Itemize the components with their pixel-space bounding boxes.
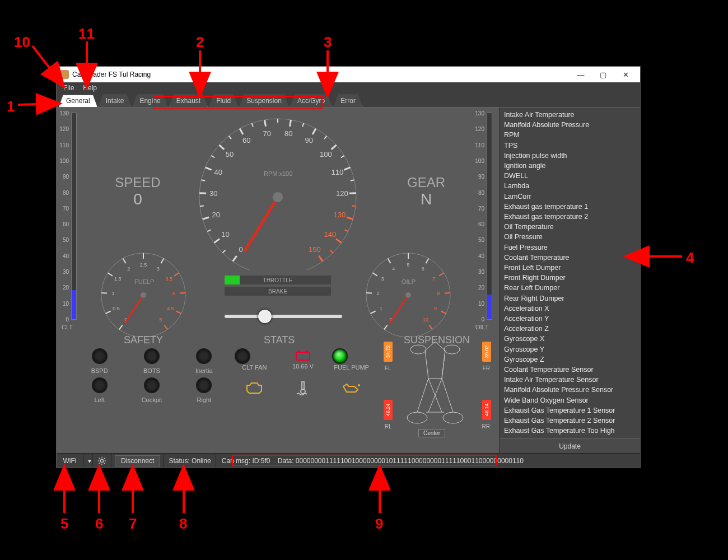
svg-text:20: 20: [212, 211, 220, 219]
sensor-item[interactable]: Manifold Absolute Pressure Sensor: [504, 385, 636, 395]
dashboard-panel: 1301201101009080706050403020100 CLT 1301…: [57, 108, 499, 453]
annotation-5: 5: [60, 515, 68, 533]
sensor-item[interactable]: Acceleration Y: [504, 314, 636, 324]
sensor-item[interactable]: Exhaust Gas Temperature Too High: [504, 426, 636, 436]
sensor-item[interactable]: Acceleration Z: [504, 324, 636, 334]
slider-knob[interactable]: [258, 310, 272, 323]
svg-text:5: 5: [407, 262, 409, 268]
minimize-button[interactable]: —: [570, 67, 592, 82]
svg-line-117: [99, 463, 100, 464]
svg-text:8: 8: [437, 291, 440, 296]
sensor-item[interactable]: Fuel Pressure: [504, 242, 636, 253]
menu-file[interactable]: File: [59, 83, 78, 93]
tab-general[interactable]: General: [59, 95, 97, 107]
safety-cockpit: Cockpit: [132, 377, 171, 403]
sensor-item[interactable]: Intake Air Temperature Sensor: [504, 375, 636, 385]
tab-error[interactable]: Error: [333, 95, 363, 107]
stats-title: STATS: [264, 334, 295, 346]
sensor-item[interactable]: LamCorr: [504, 192, 636, 202]
annotation-7: 7: [129, 515, 137, 533]
svg-text:10: 10: [221, 230, 229, 239]
sensor-item[interactable]: Coolant Temperature: [504, 253, 636, 263]
svg-line-57: [108, 273, 112, 276]
tab-intake[interactable]: Intake: [99, 95, 132, 107]
conn-mode-select[interactable]: WiFi: [57, 454, 83, 468]
sensor-item[interactable]: Manifold Absolute Pressure: [504, 120, 636, 130]
svg-text:70: 70: [263, 129, 270, 138]
sensor-item[interactable]: Oil Temperature: [504, 222, 636, 232]
sensor-item[interactable]: Acceleration X: [504, 304, 636, 314]
svg-line-5: [207, 230, 211, 231]
sensor-item[interactable]: DWELL: [504, 171, 636, 181]
susp-rr-value: 46.14: [482, 400, 491, 420]
sensor-list[interactable]: Intake Air TemperatureManifold Absolute …: [500, 108, 640, 438]
svg-text:130: 130: [334, 211, 346, 219]
susp-center-button[interactable]: Center: [418, 429, 445, 437]
update-button[interactable]: Update: [500, 438, 640, 453]
svg-rect-101: [298, 351, 300, 353]
safety-led-cockpit: [144, 377, 160, 393]
can-data-label: Data:: [278, 457, 294, 465]
sensor-item[interactable]: Intake Air Temperature: [504, 110, 636, 120]
sensor-item[interactable]: Gyroscope Z: [504, 354, 636, 365]
svg-line-28: [312, 129, 316, 134]
menu-help[interactable]: Help: [78, 83, 101, 93]
sensor-item[interactable]: Injection pulse width: [504, 151, 636, 161]
svg-rect-102: [306, 351, 308, 353]
sensor-item[interactable]: Front Left Dumper: [504, 263, 636, 273]
sensor-item[interactable]: Front Right Dumper: [504, 273, 636, 283]
battery-cell: 10.66 V: [283, 349, 323, 370]
svg-line-82: [372, 273, 377, 276]
tab-engine[interactable]: Engine: [132, 95, 167, 107]
sensor-item[interactable]: TPS: [504, 141, 636, 151]
svg-text:4: 4: [172, 291, 175, 296]
svg-rect-100: [296, 352, 310, 360]
sensor-item[interactable]: Lambda: [504, 181, 636, 191]
sidebar: Intake Air TemperatureManifold Absolute …: [499, 108, 640, 453]
sensor-item[interactable]: Exhaust gas temperature 2: [504, 212, 636, 222]
svg-line-78: [371, 311, 376, 313]
fuelp-label: FUELP: [134, 278, 154, 285]
svg-line-76: [384, 325, 388, 329]
tab-suspension[interactable]: Suspension: [239, 95, 289, 107]
sensor-item[interactable]: Exhaust Gas Temperature 1 Sensor: [504, 405, 636, 416]
svg-line-4: [214, 239, 220, 243]
sensor-item[interactable]: RPM: [504, 130, 636, 140]
tab-fluid[interactable]: Fluid: [209, 95, 238, 107]
svg-line-59: [123, 258, 126, 263]
svg-text:1: 1: [380, 306, 382, 311]
fuelpump-label: FUEL PUMP: [332, 364, 371, 371]
svg-line-118: [104, 458, 105, 459]
sensor-item[interactable]: Rear Left Dumper: [504, 283, 636, 293]
susp-rl-label: RL: [385, 423, 392, 430]
svg-line-13: [206, 167, 212, 170]
safety-right: Right: [184, 377, 223, 403]
sensor-item[interactable]: Gyroscope X: [504, 334, 636, 344]
sensor-item[interactable]: Wide Band Oxygen Sensor: [504, 395, 636, 405]
safety-bots: BOTS: [132, 348, 171, 374]
safety-label-bspd: BSPD: [80, 367, 119, 374]
settings-gear-button[interactable]: [93, 454, 111, 468]
sensor-item[interactable]: Exhaust gas temperature 1: [504, 202, 636, 212]
sensor-item[interactable]: Ignition angle: [504, 161, 636, 171]
sensor-item[interactable]: Oil Pressure: [504, 232, 636, 242]
slider[interactable]: [225, 315, 342, 318]
svg-point-105: [358, 384, 360, 386]
svg-point-106: [410, 345, 426, 354]
conn-mode-dropdown-icon[interactable]: ▾: [83, 454, 93, 468]
tab-exhaust[interactable]: Exhaust: [169, 95, 208, 107]
sensor-item[interactable]: Exhaust Gas Temperature 2 Sensor: [504, 416, 636, 426]
sensor-item[interactable]: Rear Right Dumper: [504, 293, 636, 304]
disconnect-button[interactable]: Disconnect: [115, 455, 160, 466]
close-button[interactable]: ✕: [614, 67, 637, 82]
can-data: 0000000011111001000000001011111000000001…: [296, 457, 524, 465]
tab-acc-gyro[interactable]: Acc/Gyro: [290, 95, 332, 107]
safety-label-inertia: Inertia: [184, 367, 223, 374]
safety-left: Left: [80, 377, 119, 403]
maximize-button[interactable]: ▢: [592, 67, 614, 82]
annotation-1: 1: [7, 98, 15, 115]
susp-rr-label: RR: [482, 423, 490, 430]
sensor-item[interactable]: Coolant Temperature Sensor: [504, 365, 636, 375]
sensor-item[interactable]: Gyroscope Y: [504, 344, 636, 354]
svg-text:2: 2: [127, 266, 130, 272]
